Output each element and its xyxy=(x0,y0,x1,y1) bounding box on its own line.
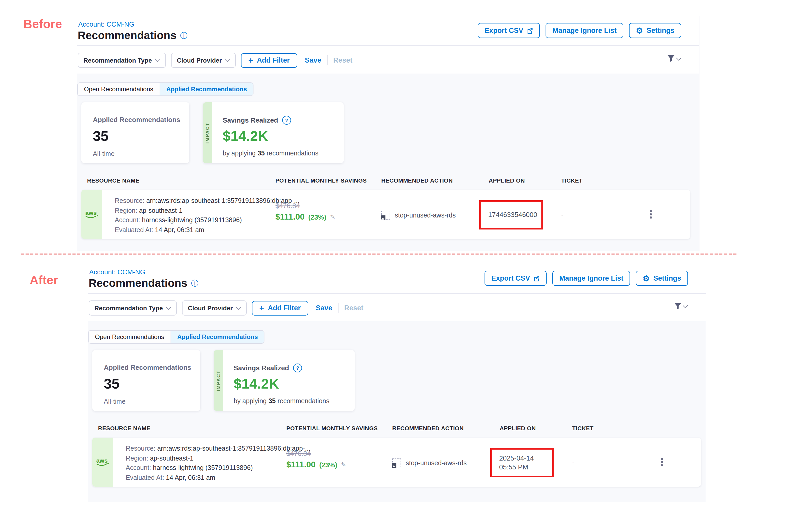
column-applied-on: APPLIED ON xyxy=(489,177,525,184)
tab-open-recommendations[interactable]: Open Recommendations xyxy=(89,331,171,343)
settings-label: Settings xyxy=(646,26,674,34)
region-line: Region: ap-southeast-1 xyxy=(115,206,299,215)
svg-text:aws: aws xyxy=(85,209,96,216)
settings-button[interactable]: ⚙ Settings xyxy=(629,23,681,38)
account-breadcrumb[interactable]: Account: CCM-NG xyxy=(89,268,145,276)
recommendations-tabs: Open Recommendations Applied Recommendat… xyxy=(77,82,254,96)
recommended-action-label: stop-unused-aws-rds xyxy=(395,211,456,219)
panel-body: Open Recommendations Applied Recommendat… xyxy=(88,321,706,502)
kebab-menu-icon[interactable] xyxy=(659,456,664,468)
recommendation-row[interactable]: aws Resource: arn:aws:rds:ap-southeast-1… xyxy=(81,190,690,239)
column-potential-monthly-savings: POTENTIAL MONTHLY SAVINGS xyxy=(286,425,378,431)
savings-realized-card: IMPACT Savings Realized ? $14.2K by appl… xyxy=(203,102,344,163)
gear-icon: ⚙ xyxy=(643,274,650,282)
tab-applied-recommendations[interactable]: Applied Recommendations xyxy=(159,83,253,95)
resource-details: Resource: arn:aws:rds:ap-southeast-1:357… xyxy=(126,444,310,482)
applied-card-title: Applied Recommendations xyxy=(104,363,200,372)
applied-card-title: Applied Recommendations xyxy=(93,116,189,124)
page-title-row: Recommendations ⓘ xyxy=(89,277,198,289)
stop-instance-icon xyxy=(392,458,401,467)
add-filter-button[interactable]: + Add Filter xyxy=(241,53,297,68)
edit-icon[interactable]: ✎ xyxy=(341,461,346,468)
recommended-action-cell: stop-unused-aws-rds xyxy=(392,458,467,467)
export-csv-label: Export CSV xyxy=(491,274,530,282)
ticket-cell: - xyxy=(572,458,574,466)
chevron-down-icon xyxy=(155,57,160,62)
external-link-icon xyxy=(534,275,540,281)
savings-subtitle-prefix: by applying xyxy=(223,150,258,157)
cloud-provider-filter[interactable]: Cloud Provider xyxy=(182,300,247,316)
settings-button[interactable]: ⚙ Settings xyxy=(636,271,688,286)
svg-text:aws: aws xyxy=(96,457,108,464)
aws-logo: aws xyxy=(95,456,111,468)
applied-recommendations-card: Applied Recommendations 35 All-time xyxy=(92,350,200,411)
column-resource-name: RESOURCE NAME xyxy=(98,425,150,431)
column-applied-on: APPLIED ON xyxy=(500,425,536,431)
savings-amount: $14.2K xyxy=(223,128,318,145)
applied-on-value: 2025-04-14 xyxy=(499,454,552,463)
saved-filters-menu[interactable] xyxy=(667,54,681,62)
column-resource-name: RESOURCE NAME xyxy=(87,177,139,184)
export-csv-button[interactable]: Export CSV xyxy=(478,23,540,38)
reset-filter-link[interactable]: Reset xyxy=(333,56,353,64)
recommendation-type-label: Recommendation Type xyxy=(83,57,152,64)
savings-percent: (23%) xyxy=(308,213,326,221)
account-line: Account: harness-lightwing (357919113896… xyxy=(126,463,310,473)
resource-line: Resource: arn:aws:rds:ap-southeast-1:357… xyxy=(115,196,299,206)
savings-subtitle-count: 35 xyxy=(258,150,265,157)
tab-open-recommendations[interactable]: Open Recommendations xyxy=(78,83,159,95)
kebab-menu-icon[interactable] xyxy=(648,209,653,220)
evaluated-line: Evaluated At: 14 Apr, 06:31 am xyxy=(126,473,310,482)
account-breadcrumb[interactable]: Account: CCM-NG xyxy=(78,20,134,28)
savings-card-title: Savings Realized xyxy=(234,364,289,372)
gear-icon: ⚙ xyxy=(636,26,643,34)
stop-instance-icon xyxy=(381,211,390,220)
add-filter-label: Add Filter xyxy=(257,56,290,64)
info-icon[interactable]: ⓘ xyxy=(180,32,188,39)
manage-ignore-list-button[interactable]: Manage Ignore List xyxy=(546,23,624,38)
add-filter-button[interactable]: + Add Filter xyxy=(252,301,308,315)
savings-subtitle-count: 35 xyxy=(268,397,276,405)
evaluated-line: Evaluated At: 14 Apr, 06:31 am xyxy=(115,225,299,235)
reset-filter-link[interactable]: Reset xyxy=(344,304,363,312)
help-icon[interactable]: ? xyxy=(282,116,291,125)
savings-subtitle: by applying 35 recommendations xyxy=(234,397,329,405)
page-title: Recommendations xyxy=(78,29,176,42)
applied-on-value: 1744633546000 xyxy=(488,210,542,220)
toolbar: Export CSV Manage Ignore List ⚙ Settings xyxy=(478,23,681,38)
recommended-action-label: stop-unused-aws-rds xyxy=(406,459,467,467)
applied-on-highlight: 1744633546000 xyxy=(479,200,543,229)
external-link-icon xyxy=(527,27,533,34)
tab-applied-recommendations[interactable]: Applied Recommendations xyxy=(171,331,264,343)
savings-subtitle-prefix: by applying xyxy=(234,397,268,405)
edit-icon[interactable]: ✎ xyxy=(330,213,335,221)
column-recommended-action: RECOMMENDED ACTION xyxy=(381,177,453,184)
column-potential-monthly-savings: POTENTIAL MONTHLY SAVINGS xyxy=(276,177,367,184)
export-csv-button[interactable]: Export CSV xyxy=(484,271,547,286)
original-cost: $476.84 xyxy=(286,450,346,457)
manage-ignore-list-button[interactable]: Manage Ignore List xyxy=(553,271,630,286)
recommendation-type-filter[interactable]: Recommendation Type xyxy=(89,300,177,316)
aws-logo: aws xyxy=(84,209,100,220)
savings-realized-card: IMPACT Savings Realized ? $14.2K by appl… xyxy=(214,350,355,411)
save-filter-link[interactable]: Save xyxy=(316,304,332,312)
applied-card-period: All-time xyxy=(104,398,200,405)
savings-cell: $476.84 $111.00 (23%) ✎ xyxy=(276,202,335,222)
recommendation-type-filter[interactable]: Recommendation Type xyxy=(78,53,166,68)
save-filter-link[interactable]: Save xyxy=(305,56,321,64)
column-ticket: TICKET xyxy=(561,177,583,184)
before-after-divider xyxy=(21,253,737,255)
info-icon[interactable]: ⓘ xyxy=(191,280,198,287)
recommendation-row[interactable]: aws Resource: arn:aws:rds:ap-southeast-1… xyxy=(92,438,701,487)
header-divider xyxy=(88,293,706,293)
header-divider xyxy=(77,45,699,46)
savings-percent: (23%) xyxy=(319,461,337,469)
saved-filters-menu[interactable] xyxy=(673,302,688,310)
before-annotation-label: Before xyxy=(23,17,62,31)
help-icon[interactable]: ? xyxy=(293,363,302,373)
region-line: Region: ap-southeast-1 xyxy=(126,454,310,463)
cloud-provider-filter[interactable]: Cloud Provider xyxy=(171,53,236,68)
plus-icon: + xyxy=(259,304,264,312)
impact-label: IMPACT xyxy=(216,370,221,391)
aws-provider-strip: aws xyxy=(92,438,113,487)
